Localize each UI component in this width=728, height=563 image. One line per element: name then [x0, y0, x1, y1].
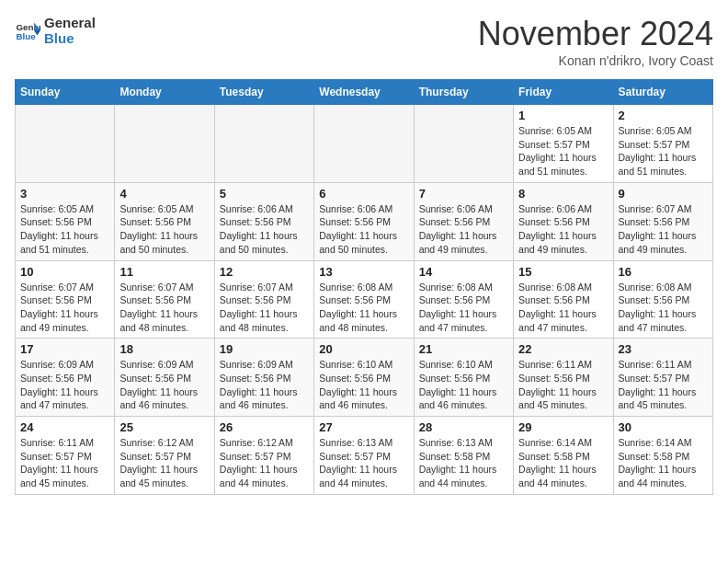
day-info: Sunrise: 6:07 AMSunset: 5:56 PMDaylight:…: [20, 281, 109, 335]
calendar-cell: [16, 105, 115, 183]
day-number: 13: [319, 265, 408, 279]
calendar-cell: 17Sunrise: 6:09 AMSunset: 5:56 PMDayligh…: [16, 339, 115, 417]
calendar-cell: 22Sunrise: 6:11 AMSunset: 5:56 PMDayligh…: [514, 339, 613, 417]
calendar-week-3: 10Sunrise: 6:07 AMSunset: 5:56 PMDayligh…: [16, 260, 713, 339]
day-number: 29: [518, 420, 608, 434]
day-number: 5: [220, 187, 309, 201]
weekday-header-sunday: Sunday: [16, 80, 115, 105]
day-info: Sunrise: 6:07 AMSunset: 5:56 PMDaylight:…: [119, 281, 209, 335]
day-number: 11: [119, 265, 209, 279]
calendar-cell: 19Sunrise: 6:09 AMSunset: 5:56 PMDayligh…: [214, 339, 313, 417]
svg-text:Blue: Blue: [16, 31, 36, 41]
weekday-header-monday: Monday: [115, 80, 214, 105]
day-info: Sunrise: 6:11 AMSunset: 5:56 PMDaylight:…: [518, 358, 608, 412]
day-number: 28: [419, 420, 508, 434]
day-info: Sunrise: 6:07 AMSunset: 5:56 PMDaylight:…: [619, 202, 708, 257]
day-info: Sunrise: 6:14 AMSunset: 5:58 PMDaylight:…: [619, 436, 708, 490]
day-number: 18: [119, 342, 209, 356]
day-info: Sunrise: 6:10 AMSunset: 5:56 PMDaylight:…: [419, 358, 508, 412]
day-number: 20: [319, 342, 408, 356]
day-number: 19: [220, 342, 309, 356]
day-number: 4: [119, 187, 209, 201]
day-info: Sunrise: 6:08 AMSunset: 5:56 PMDaylight:…: [518, 281, 608, 335]
day-number: 1: [518, 109, 608, 122]
day-number: 3: [20, 187, 109, 201]
day-info: Sunrise: 6:06 AMSunset: 5:56 PMDaylight:…: [419, 202, 508, 257]
calendar-week-5: 24Sunrise: 6:11 AMSunset: 5:57 PMDayligh…: [16, 417, 713, 495]
day-info: Sunrise: 6:07 AMSunset: 5:56 PMDaylight:…: [220, 281, 309, 335]
calendar-cell: 15Sunrise: 6:08 AMSunset: 5:56 PMDayligh…: [514, 260, 613, 339]
calendar-cell: 20Sunrise: 6:10 AMSunset: 5:56 PMDayligh…: [314, 339, 414, 417]
day-info: Sunrise: 6:10 AMSunset: 5:56 PMDaylight:…: [319, 358, 408, 412]
day-info: Sunrise: 6:08 AMSunset: 5:56 PMDaylight:…: [419, 281, 508, 335]
day-info: Sunrise: 6:14 AMSunset: 5:58 PMDaylight:…: [518, 436, 608, 490]
day-info: Sunrise: 6:09 AMSunset: 5:56 PMDaylight:…: [220, 358, 309, 412]
calendar-cell: 27Sunrise: 6:13 AMSunset: 5:57 PMDayligh…: [314, 417, 414, 495]
calendar-cell: 6Sunrise: 6:06 AMSunset: 5:56 PMDaylight…: [314, 182, 414, 260]
day-number: 12: [220, 265, 309, 279]
calendar-cell: 23Sunrise: 6:11 AMSunset: 5:57 PMDayligh…: [613, 339, 712, 417]
weekday-header-saturday: Saturday: [613, 80, 712, 105]
calendar-cell: 29Sunrise: 6:14 AMSunset: 5:58 PMDayligh…: [514, 417, 613, 495]
day-info: Sunrise: 6:06 AMSunset: 5:56 PMDaylight:…: [518, 202, 608, 257]
day-number: 27: [319, 420, 408, 434]
logo-general: General: [44, 15, 96, 30]
day-number: 17: [20, 342, 109, 356]
day-info: Sunrise: 6:12 AMSunset: 5:57 PMDaylight:…: [220, 436, 309, 490]
day-number: 7: [419, 187, 508, 201]
day-info: Sunrise: 6:11 AMSunset: 5:57 PMDaylight:…: [20, 436, 109, 490]
weekday-header-row: SundayMondayTuesdayWednesdayThursdayFrid…: [16, 80, 713, 105]
location-subtitle: Konan n'drikro, Ivory Coast: [478, 53, 713, 68]
calendar-cell: 24Sunrise: 6:11 AMSunset: 5:57 PMDayligh…: [16, 417, 115, 495]
calendar-cell: 2Sunrise: 6:05 AMSunset: 5:57 PMDaylight…: [613, 105, 712, 183]
calendar-week-4: 17Sunrise: 6:09 AMSunset: 5:56 PMDayligh…: [16, 339, 713, 417]
logo-icon: General Blue: [15, 17, 40, 43]
calendar-cell: 3Sunrise: 6:05 AMSunset: 5:56 PMDaylight…: [16, 182, 115, 260]
calendar-cell: 12Sunrise: 6:07 AMSunset: 5:56 PMDayligh…: [214, 260, 313, 339]
day-info: Sunrise: 6:09 AMSunset: 5:56 PMDaylight:…: [119, 358, 209, 412]
page-header: General Blue General Blue November 2024 …: [15, 15, 713, 68]
day-number: 9: [619, 187, 708, 201]
day-info: Sunrise: 6:05 AMSunset: 5:56 PMDaylight:…: [119, 202, 209, 257]
calendar-cell: 16Sunrise: 6:08 AMSunset: 5:56 PMDayligh…: [613, 260, 712, 339]
day-info: Sunrise: 6:11 AMSunset: 5:57 PMDaylight:…: [619, 358, 708, 412]
calendar-cell: 21Sunrise: 6:10 AMSunset: 5:56 PMDayligh…: [414, 339, 513, 417]
weekday-header-wednesday: Wednesday: [314, 80, 414, 105]
day-number: 23: [619, 342, 708, 356]
calendar-cell: [314, 105, 414, 183]
weekday-header-thursday: Thursday: [414, 80, 513, 105]
calendar-cell: 25Sunrise: 6:12 AMSunset: 5:57 PMDayligh…: [115, 417, 214, 495]
day-number: 30: [619, 420, 708, 434]
day-info: Sunrise: 6:05 AMSunset: 5:56 PMDaylight:…: [20, 202, 109, 257]
calendar-cell: [214, 105, 313, 183]
weekday-header-friday: Friday: [514, 80, 613, 105]
day-info: Sunrise: 6:09 AMSunset: 5:56 PMDaylight:…: [20, 358, 109, 412]
calendar-body: 1Sunrise: 6:05 AMSunset: 5:57 PMDaylight…: [16, 105, 713, 495]
calendar-cell: 30Sunrise: 6:14 AMSunset: 5:58 PMDayligh…: [613, 417, 712, 495]
month-title: November 2024: [478, 15, 713, 53]
day-number: 6: [319, 187, 408, 201]
day-number: 15: [518, 265, 608, 279]
day-number: 10: [20, 265, 109, 279]
calendar-cell: 10Sunrise: 6:07 AMSunset: 5:56 PMDayligh…: [16, 260, 115, 339]
day-info: Sunrise: 6:13 AMSunset: 5:57 PMDaylight:…: [319, 436, 408, 490]
calendar-cell: [115, 105, 214, 183]
day-number: 25: [119, 420, 209, 434]
calendar-cell: 4Sunrise: 6:05 AMSunset: 5:56 PMDaylight…: [115, 182, 214, 260]
day-info: Sunrise: 6:08 AMSunset: 5:56 PMDaylight:…: [319, 281, 408, 335]
day-number: 24: [20, 420, 109, 434]
calendar-cell: 8Sunrise: 6:06 AMSunset: 5:56 PMDaylight…: [514, 182, 613, 260]
calendar-cell: 11Sunrise: 6:07 AMSunset: 5:56 PMDayligh…: [115, 260, 214, 339]
logo-blue: Blue: [44, 30, 96, 46]
day-number: 21: [419, 342, 508, 356]
calendar-header: SundayMondayTuesdayWednesdayThursdayFrid…: [16, 80, 713, 105]
calendar-cell: 5Sunrise: 6:06 AMSunset: 5:56 PMDaylight…: [214, 182, 313, 260]
calendar-cell: 18Sunrise: 6:09 AMSunset: 5:56 PMDayligh…: [115, 339, 214, 417]
day-info: Sunrise: 6:13 AMSunset: 5:58 PMDaylight:…: [419, 436, 508, 490]
day-number: 22: [518, 342, 608, 356]
calendar-cell: 7Sunrise: 6:06 AMSunset: 5:56 PMDaylight…: [414, 182, 513, 260]
day-info: Sunrise: 6:08 AMSunset: 5:56 PMDaylight:…: [619, 281, 708, 335]
calendar-cell: 26Sunrise: 6:12 AMSunset: 5:57 PMDayligh…: [214, 417, 313, 495]
day-info: Sunrise: 6:06 AMSunset: 5:56 PMDaylight:…: [319, 202, 408, 257]
weekday-header-tuesday: Tuesday: [214, 80, 313, 105]
